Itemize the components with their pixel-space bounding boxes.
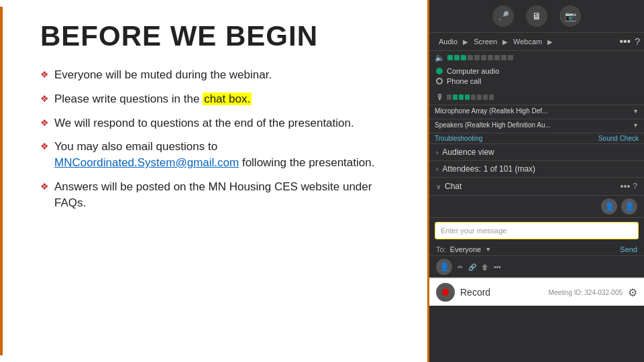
vol-dot (488, 55, 493, 60)
list-item: ❖ Answers will be posted on the MN Housi… (40, 179, 400, 211)
chevron-down-icon: ∨ (436, 183, 441, 190)
bullet-list: ❖ Everyone will be muted during the webi… (40, 67, 400, 211)
radio-selected-icon (436, 68, 443, 74)
audio-links-row: Troubleshooting Sound Check (429, 133, 644, 144)
chat-help-icon[interactable]: ? (633, 182, 637, 191)
vol-dot (494, 55, 500, 60)
screen-tab[interactable]: Screen (468, 36, 502, 47)
media-tabs-bar: Audio ▶ Screen ▶ Webcam ▶ ••• ? (429, 33, 644, 51)
audio-options: Computer audio Phone call (429, 64, 644, 90)
attendees-row[interactable]: › Attendees: 1 of 101 (max) (429, 161, 644, 178)
record-dot-icon (442, 289, 449, 296)
mic-row: 🎙 (429, 90, 644, 105)
bullet-icon: ❖ (40, 180, 49, 194)
highlight-chatbox: chat box. (203, 93, 252, 105)
user-icons-bottom: 👤 ✏ 🔗 🗑 ••• (429, 255, 644, 278)
settings-icon[interactable]: ⚙ (628, 286, 637, 299)
webcam-button[interactable]: 📷 (559, 5, 581, 27)
volume-dots (447, 55, 513, 60)
speaker-device-name: Speakers (Realtek High Definition Au... (435, 121, 551, 129)
chat-more-icon[interactable]: ••• (621, 181, 631, 192)
bullet-text-5: Answers will be posted on the MN Housing… (54, 179, 400, 211)
audio-tab[interactable]: Audio (433, 36, 463, 47)
vol-dot (481, 55, 486, 60)
speaker-device-row: Speakers (Realtek High Definition Au... … (435, 121, 639, 129)
mic-bar (477, 95, 482, 100)
webcam-tab[interactable]: Webcam (508, 36, 547, 47)
bullet-icon: ❖ (40, 68, 49, 82)
message-placeholder: Enter your message (441, 227, 506, 235)
mic-bar (483, 95, 488, 100)
user-avatar: 👤 (621, 198, 637, 215)
slide-title: BEFORE WE BEGIN (40, 20, 400, 52)
to-label: To: (436, 245, 446, 253)
computer-audio-option[interactable]: Computer audio (436, 67, 637, 75)
bullet-icon: ❖ (40, 117, 49, 130)
user-icons-area: 👤 👤 (429, 196, 644, 218)
computer-audio-label: Computer audio (447, 67, 499, 75)
email-link[interactable]: MNCoordinated.System@gmail.com (54, 156, 239, 169)
trash-icon: 🗑 (482, 263, 488, 271)
bullet-text-2: Please write questions in the chat box. (54, 91, 252, 107)
meeting-id: Meeting ID: 324-032-005 (548, 289, 623, 296)
mic-button[interactable]: 🎤 (492, 5, 514, 27)
vol-dot (454, 55, 460, 60)
mic-bar (471, 95, 476, 100)
mic-device-row: Microphone Array (Realtek High Def... ▼ (435, 107, 639, 115)
vol-dot (461, 55, 466, 60)
mic-bar (489, 95, 494, 100)
sound-check-link[interactable]: Sound Check (598, 135, 639, 142)
chevron-right-icon: › (436, 166, 438, 173)
vol-dot (474, 55, 480, 60)
mic-dropdown-arrow: ▼ (633, 108, 639, 115)
chat-section-header[interactable]: ∨ Chat ••• ? (429, 178, 644, 196)
audience-view-row[interactable]: › Audience view (429, 144, 644, 161)
user-avatar-bottom: 👤 (436, 259, 452, 275)
list-item: ❖ We will respond to questions at the en… (40, 115, 400, 131)
mic-bar (465, 95, 470, 100)
speaker-dropdown-arrow: ▼ (633, 122, 639, 129)
phone-call-option[interactable]: Phone call (436, 77, 637, 85)
attendees-label: Attendees: (442, 164, 480, 174)
vol-dot (508, 55, 513, 60)
more-icon-bottom[interactable]: ••• (494, 263, 501, 271)
list-item: ❖ Please write questions in the chat box… (40, 91, 400, 107)
mic-level-bars (447, 95, 494, 100)
toolbar: 🎤 🖥 📷 (429, 0, 644, 33)
pencil-icon: ✏ (458, 263, 463, 271)
vol-dot (468, 55, 473, 60)
more-icon[interactable]: ••• (619, 36, 631, 48)
to-dropdown-arrow[interactable]: ▼ (485, 246, 491, 253)
list-item: ❖ You may also email questions to MNCoor… (40, 139, 400, 171)
bullet-text-3: We will respond to questions at the end … (54, 115, 354, 131)
message-input-field[interactable]: Enter your message (435, 222, 639, 239)
send-button[interactable]: Send (620, 245, 637, 253)
vol-dot (501, 55, 506, 60)
mic-device-selector[interactable]: Microphone Array (Realtek High Def... ▼ (429, 105, 644, 119)
to-value: Everyone (450, 245, 481, 253)
volume-bar: 🔈 (429, 51, 644, 64)
radio-empty-icon (436, 78, 443, 84)
mic-bar (447, 95, 451, 100)
chevron-right-icon: › (436, 149, 438, 156)
user-avatar: 👤 (601, 198, 617, 215)
speaker-row[interactable]: Speakers (Realtek High Definition Au... … (429, 119, 644, 133)
mic-bar (453, 95, 458, 100)
record-label[interactable]: Record (460, 287, 490, 298)
record-bar: Record Meeting ID: 324-032-005 ⚙ (429, 278, 644, 306)
record-circle-icon[interactable] (436, 283, 455, 302)
mic-small-icon: 🎙 (436, 93, 444, 102)
to-row: To: Everyone ▼ Send (429, 243, 644, 255)
mic-device-name: Microphone Array (Realtek High Def... (435, 107, 547, 115)
volume-icon: 🔈 (435, 53, 445, 62)
bullet-text-4: You may also email questions to MNCoordi… (54, 139, 400, 171)
screen-button[interactable]: 🖥 (526, 5, 547, 27)
vol-dot (447, 55, 453, 60)
chat-label: Chat (445, 182, 462, 191)
link-icon: 🔗 (468, 263, 476, 271)
audience-view-label: Audience view (442, 147, 494, 157)
troubleshoot-link[interactable]: Troubleshooting (435, 135, 482, 142)
bullet-text-1: Everyone will be muted during the webina… (54, 67, 272, 83)
bullet-icon: ❖ (40, 140, 49, 154)
help-icon[interactable]: ? (635, 36, 640, 47)
